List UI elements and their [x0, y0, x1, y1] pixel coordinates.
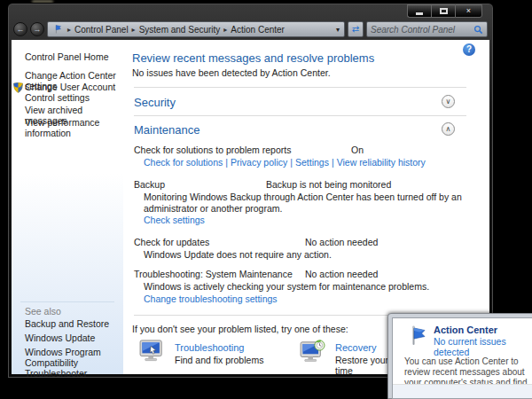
section-header-security[interactable]: Security: [134, 96, 176, 109]
maintenance-item-status: No action needed: [305, 237, 378, 247]
action-center-flyout: Action Center No current issues detected…: [387, 313, 532, 399]
maintenance-item-description: Monitoring Windows Backup through Action…: [144, 192, 472, 215]
links-separator: |: [290, 157, 293, 168]
check-for-solutions-link[interactable]: Check for solutions: [144, 157, 223, 168]
sidebar-item-view-performance-information[interactable]: View performance information: [25, 117, 120, 138]
maintenance-collapse-button[interactable]: ∧: [442, 122, 455, 136]
sidebar-item-windows-update[interactable]: Windows Update: [25, 332, 120, 343]
action-center-flag-icon: [403, 325, 426, 348]
breadcrumb-item-control-panel[interactable]: Control Panel: [74, 25, 129, 35]
back-icon: ←: [17, 25, 25, 34]
sidebar-item-windows-program-compatibility-troubleshooter[interactable]: Windows Program Compatibility Troublesho…: [25, 347, 120, 379]
maximize-button[interactable]: [431, 4, 455, 18]
maintenance-item-description: Windows Update does not require any acti…: [144, 249, 332, 260]
address-bar: ← → ▸ Control Panel ▸ System and Securit…: [12, 19, 489, 40]
caption-buttons: ×: [407, 4, 482, 18]
maintenance-item-label: Backup: [134, 179, 165, 190]
breadcrumb-separator: ▸: [67, 26, 71, 34]
links-separator: |: [332, 157, 334, 168]
close-icon: ×: [466, 7, 471, 15]
breadcrumb-item-action-center[interactable]: Action Center: [231, 25, 285, 35]
refresh-icon: ⇄: [352, 24, 359, 34]
maintenance-item-status: No action needed: [305, 269, 378, 279]
security-expand-button[interactable]: ∨: [442, 95, 455, 108]
troubleshooting-link[interactable]: Troubleshooting: [175, 342, 244, 353]
page-title: Review recent messages and resolve probl…: [132, 51, 374, 65]
divider: [134, 115, 466, 116]
settings-link[interactable]: Settings: [295, 157, 329, 168]
flyout-body: Action Center No current issues detected…: [392, 317, 532, 399]
search-icon[interactable]: [473, 25, 483, 35]
breadcrumb-separator: ▸: [132, 26, 136, 34]
search-placeholder: Search Control Panel: [371, 25, 473, 35]
breadcrumb-dropdown-icon[interactable]: ▾: [333, 26, 342, 34]
sidebar-item-change-uac-settings[interactable]: Change User Account Control settings: [25, 82, 120, 103]
chevron-down-icon: ∨: [446, 98, 451, 106]
breadcrumb-separator: ▸: [223, 26, 227, 34]
close-button[interactable]: ×: [455, 4, 482, 18]
help-button[interactable]: ?: [463, 43, 475, 56]
uac-shield-icon: [13, 82, 23, 93]
action-center-flag-icon: [51, 24, 62, 35]
sidebar-item-backup-and-restore[interactable]: Backup and Restore: [25, 318, 120, 329]
chevron-up-icon: ∧: [446, 125, 451, 133]
sidebar: Control Panel Home Change Action Center …: [12, 40, 123, 374]
section-header-maintenance[interactable]: Maintenance: [134, 123, 200, 137]
change-troubleshooting-settings-link[interactable]: Change troubleshooting settings: [144, 293, 278, 304]
maintenance-item-status: Backup is not being monitored: [266, 179, 391, 190]
sidebar-divider: [20, 301, 114, 302]
no-current-issues-link[interactable]: No current issues detected: [434, 336, 532, 357]
flyout-footer[interactable]: [393, 385, 532, 398]
forward-button[interactable]: →: [30, 22, 44, 36]
maintenance-item-label: Check for solutions to problem reports: [134, 145, 291, 155]
minimize-button[interactable]: [407, 4, 431, 18]
privacy-policy-link[interactable]: Privacy policy: [231, 157, 287, 168]
breadcrumb-item-system-and-security[interactable]: System and Security: [139, 25, 221, 35]
footer-prompt: If you don't see your problem listed, tr…: [132, 324, 348, 334]
see-also-heading: See also: [25, 306, 120, 317]
back-button[interactable]: ←: [13, 22, 27, 36]
maximize-icon: [440, 8, 448, 14]
maintenance-item-status: On: [351, 145, 364, 155]
maintenance-item-label: Check for updates: [134, 237, 209, 247]
sidebar-item-control-panel-home[interactable]: Control Panel Home: [25, 51, 120, 62]
troubleshooting-computer-icon[interactable]: [139, 340, 166, 363]
refresh-button[interactable]: ⇄: [348, 21, 364, 37]
maintenance-links-row: Check for solutions|Privacy policy|Setti…: [144, 157, 426, 168]
links-separator: |: [225, 157, 228, 168]
recovery-description-line2: time: [335, 365, 353, 376]
minimize-icon: [416, 12, 423, 15]
breadcrumb[interactable]: ▸ Control Panel ▸ System and Security ▸ …: [47, 21, 345, 37]
view-reliability-history-link[interactable]: View reliability history: [337, 157, 426, 168]
page-subtitle: No issues have been detected by Action C…: [132, 67, 331, 78]
troubleshooting-description: Find and fix problems: [175, 355, 263, 365]
search-box[interactable]: Search Control Panel: [366, 21, 488, 37]
sidebar-item-label: Change User Account Control settings: [25, 82, 115, 103]
maintenance-item-label: Troubleshooting: System Maintenance: [134, 269, 293, 279]
recovery-computer-icon[interactable]: [300, 340, 326, 363]
maintenance-item-description: Windows is actively checking your system…: [144, 281, 429, 292]
divider: [134, 87, 466, 88]
flyout-title: Action Center: [434, 325, 497, 335]
help-icon: ?: [466, 44, 472, 54]
check-settings-link[interactable]: Check settings: [144, 215, 205, 225]
recovery-link[interactable]: Recovery: [335, 342, 376, 353]
forward-icon: →: [34, 25, 42, 34]
